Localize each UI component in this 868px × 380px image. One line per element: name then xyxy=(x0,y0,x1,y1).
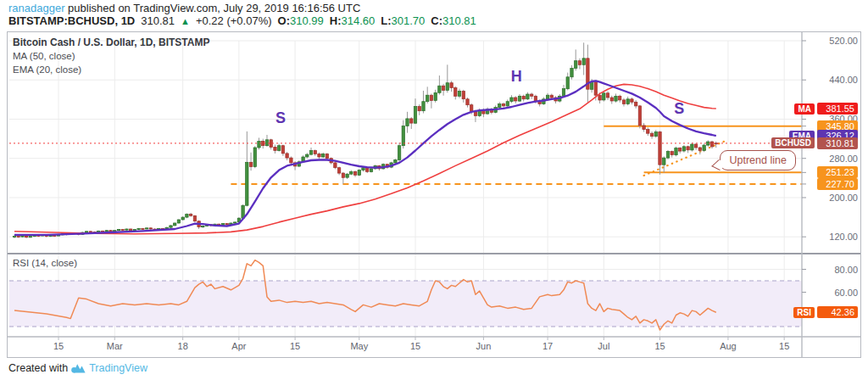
rsi-axis-label[interactable]: 80.00 xyxy=(834,265,858,275)
last-price: 310.81 xyxy=(141,14,175,27)
rsi-axis-label[interactable]: 60.00 xyxy=(834,288,858,298)
time-axis-label[interactable]: 15 xyxy=(654,341,665,351)
byline-text: published on TradingView.com, July 29, 2… xyxy=(65,2,361,14)
price-axis-label[interactable]: 200.00 xyxy=(829,193,858,203)
symbol-info-bar: BITSTAMP:BCHUSD, 1D 310.81 ▲ +0.22 (+0.0… xyxy=(8,14,476,27)
time-axis-label[interactable]: 15 xyxy=(410,341,420,351)
price-badge: 251.23 xyxy=(817,166,858,178)
pattern-letter[interactable]: H xyxy=(511,67,522,85)
created-with-text: Created with xyxy=(8,362,68,374)
time-axis-label[interactable]: 15 xyxy=(779,341,789,351)
legend-rsi[interactable]: RSI (14, close) xyxy=(13,258,77,268)
time-axis-label[interactable]: Aug xyxy=(720,341,737,351)
high-value: H:314.60 xyxy=(330,14,375,27)
author-link[interactable]: ranadagger xyxy=(8,2,65,14)
publish-byline: ranadagger published on TradingView.com,… xyxy=(8,2,360,14)
price-badge: BCHUSD310.81 xyxy=(771,137,858,149)
footer: Created with TradingView xyxy=(8,362,147,374)
indicator-pill: RSI xyxy=(793,307,815,318)
rsi-badge: RSI42.36 xyxy=(793,306,858,318)
published-chart-page: ranadagger published on TradingView.com,… xyxy=(0,0,868,380)
time-axis-label[interactable]: Apr xyxy=(231,341,246,351)
tradingview-brand-link[interactable]: TradingView xyxy=(89,362,147,374)
price-axis-label[interactable]: 520.00 xyxy=(829,36,858,46)
pattern-letter[interactable]: S xyxy=(275,109,286,126)
chart-canvas[interactable] xyxy=(8,32,860,357)
time-axis-label[interactable]: 18 xyxy=(178,341,188,351)
legend-ema20[interactable]: EMA (20, close) xyxy=(13,63,209,76)
chart-frame: Bitcoin Cash / U.S. Dollar, 1D, BITSTAMP… xyxy=(7,31,861,358)
low-value: L:301.70 xyxy=(381,14,425,27)
time-axis-label[interactable]: May xyxy=(350,341,368,351)
chart-legend: Bitcoin Cash / U.S. Dollar, 1D, BITSTAMP… xyxy=(13,36,209,76)
price-change: +0.22 (+0.07%) xyxy=(196,14,272,27)
indicator-pill: MA xyxy=(794,103,815,115)
legend-ma50[interactable]: MA (50, close) xyxy=(13,49,209,63)
time-axis-label[interactable]: 15 xyxy=(53,341,64,351)
price-axis-label[interactable]: 120.00 xyxy=(829,232,858,242)
symbol-name[interactable]: BITSTAMP:BCHUSD, 1D xyxy=(8,14,135,27)
price-badge: MA381.55 xyxy=(794,103,858,115)
open-value: O:310.99 xyxy=(278,14,324,27)
price-axis-label[interactable]: 440.00 xyxy=(829,75,858,85)
trend-callout[interactable]: Uptrend line xyxy=(720,150,795,170)
up-arrow-icon: ▲ xyxy=(181,16,190,26)
price-axis-label[interactable]: 280.00 xyxy=(829,154,858,164)
time-axis-label[interactable]: Jul xyxy=(598,341,609,351)
time-axis-label[interactable]: Mar xyxy=(107,341,123,351)
time-axis-label[interactable]: Jun xyxy=(476,341,492,351)
tradingview-logo-icon xyxy=(71,362,86,374)
price-badge: 227.70 xyxy=(817,178,858,190)
indicator-pill: BCHUSD xyxy=(771,137,815,148)
legend-symbol-title[interactable]: Bitcoin Cash / U.S. Dollar, 1D, BITSTAMP xyxy=(13,36,209,49)
time-axis-label[interactable]: 15 xyxy=(290,341,300,351)
pattern-letter[interactable]: S xyxy=(674,99,684,117)
close-value: C:310.81 xyxy=(431,14,476,27)
time-axis-label[interactable]: 17 xyxy=(542,341,553,351)
